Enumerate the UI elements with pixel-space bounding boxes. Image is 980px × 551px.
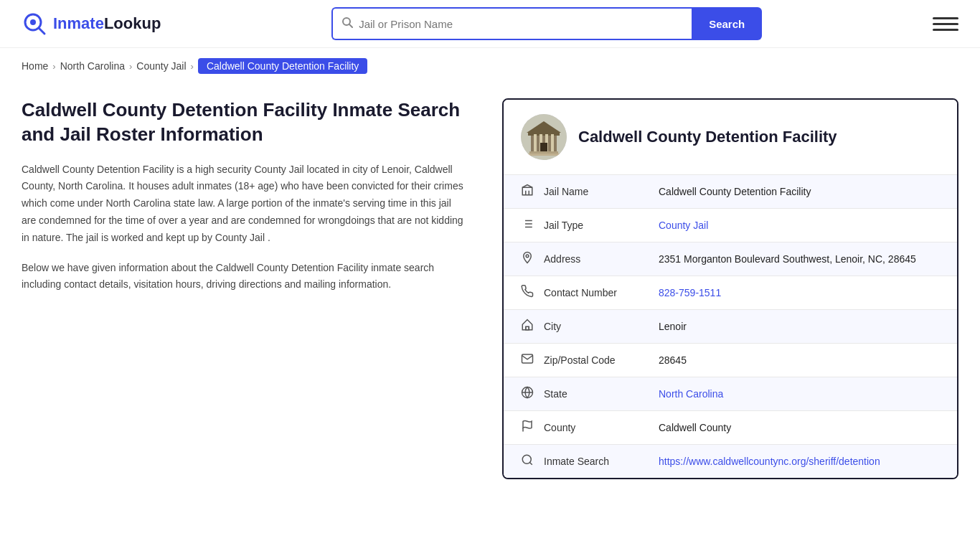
info-card: Caldwell County Detention Facility Jail … <box>502 98 958 479</box>
logo-icon <box>22 11 47 37</box>
svg-line-34 <box>529 462 532 464</box>
row-label: Jail Type <box>544 220 659 231</box>
row-value[interactable]: North Carolina <box>659 388 940 400</box>
location-icon <box>521 251 544 267</box>
row-value[interactable]: 828-759-1511 <box>659 287 940 298</box>
logo-text: InmateLookup <box>53 14 161 33</box>
phone-icon <box>521 285 544 301</box>
row-value[interactable]: https://www.caldwellcountync.org/sheriff… <box>659 456 940 467</box>
search-area: Search <box>331 7 762 40</box>
row-value[interactable]: County Jail <box>659 220 940 231</box>
left-panel: Caldwell County Detention Facility Inmat… <box>22 98 481 479</box>
breadcrumb-type[interactable]: County Jail <box>136 60 186 72</box>
page-description-2: Below we have given information about th… <box>22 260 466 294</box>
row-value: Caldwell County Detention Facility <box>659 186 940 197</box>
search-icon <box>521 453 544 469</box>
row-link[interactable]: North Carolina <box>659 388 723 400</box>
svg-marker-26 <box>522 320 532 330</box>
svg-rect-11 <box>551 134 554 151</box>
breadcrumb: Home › North Carolina › County Jail › Ca… <box>0 48 980 84</box>
list-icon <box>521 217 544 233</box>
row-link[interactable]: https://www.caldwellcountync.org/sheriff… <box>659 456 880 467</box>
row-value: Lenoir <box>659 321 940 332</box>
main-content: Caldwell County Detention Facility Inmat… <box>0 84 980 508</box>
svg-rect-29 <box>526 326 529 330</box>
info-rows: Jail NameCaldwell County Detention Facil… <box>504 174 957 478</box>
svg-rect-14 <box>529 151 558 154</box>
svg-point-2 <box>30 19 36 25</box>
breadcrumb-state[interactable]: North Carolina <box>60 60 125 72</box>
search-input-wrap <box>331 7 692 40</box>
mail-icon <box>521 352 544 368</box>
search-input[interactable] <box>359 18 683 30</box>
globe-icon <box>521 386 544 402</box>
hamburger-line-2 <box>933 23 958 25</box>
card-header: Caldwell County Detention Facility <box>504 100 957 174</box>
row-value: 28645 <box>659 354 940 366</box>
right-panel: Caldwell County Detention Facility Jail … <box>502 98 958 479</box>
row-link[interactable]: County Jail <box>659 220 708 231</box>
page-description-1: Caldwell County Detention Facility is a … <box>22 161 466 247</box>
city-icon <box>521 319 544 334</box>
svg-line-4 <box>349 24 352 27</box>
info-row: Jail TypeCounty Jail <box>504 208 957 242</box>
info-row: Zip/Postal Code28645 <box>504 343 957 377</box>
info-row: Address2351 Morganton Boulevard Southwes… <box>504 242 957 276</box>
svg-rect-7 <box>528 133 560 136</box>
row-label: City <box>544 321 659 332</box>
menu-button[interactable] <box>933 11 958 37</box>
breadcrumb-sep-2: › <box>129 61 132 72</box>
row-label: Contact Number <box>544 287 659 298</box>
svg-line-1 <box>39 28 44 34</box>
row-label: Jail Name <box>544 186 659 197</box>
info-row: Jail NameCaldwell County Detention Facil… <box>504 174 957 208</box>
breadcrumb-sep-1: › <box>52 61 55 72</box>
info-row: Contact Number828-759-1511 <box>504 276 957 309</box>
flag-icon <box>521 420 544 435</box>
svg-rect-13 <box>540 143 547 151</box>
hamburger-line-1 <box>933 17 958 19</box>
search-icon <box>341 17 353 31</box>
row-label: State <box>544 388 659 400</box>
facility-image <box>521 114 567 160</box>
facility-thumbnail <box>521 114 567 160</box>
svg-point-25 <box>526 255 529 258</box>
row-link[interactable]: 828-759-1511 <box>659 287 721 298</box>
row-label: Zip/Postal Code <box>544 354 659 366</box>
row-value: 2351 Morganton Boulevard Southwest, Leno… <box>659 253 940 265</box>
svg-point-33 <box>522 455 531 463</box>
info-row: Inmate Searchhttps://www.caldwellcountyn… <box>504 444 957 478</box>
search-button[interactable]: Search <box>692 7 762 40</box>
site-header: InmateLookup Search <box>0 0 980 48</box>
hamburger-line-3 <box>933 29 958 31</box>
svg-rect-8 <box>534 134 537 151</box>
row-label: Inmate Search <box>544 456 659 467</box>
row-value: Caldwell County <box>659 422 940 433</box>
card-facility-title: Caldwell County Detention Facility <box>578 128 837 146</box>
svg-rect-16 <box>522 187 532 195</box>
logo[interactable]: InmateLookup <box>22 11 161 37</box>
svg-rect-15 <box>528 154 560 156</box>
row-label: Address <box>544 253 659 265</box>
breadcrumb-sep-3: › <box>191 61 194 72</box>
info-row: CountyCaldwell County <box>504 410 957 444</box>
info-row: CityLenoir <box>504 309 957 343</box>
breadcrumb-active: Caldwell County Detention Facility <box>198 58 367 74</box>
building-icon <box>521 184 544 199</box>
breadcrumb-home[interactable]: Home <box>22 60 48 72</box>
row-label: County <box>544 422 659 433</box>
page-title: Caldwell County Detention Facility Inmat… <box>22 98 466 147</box>
info-row: StateNorth Carolina <box>504 377 957 410</box>
